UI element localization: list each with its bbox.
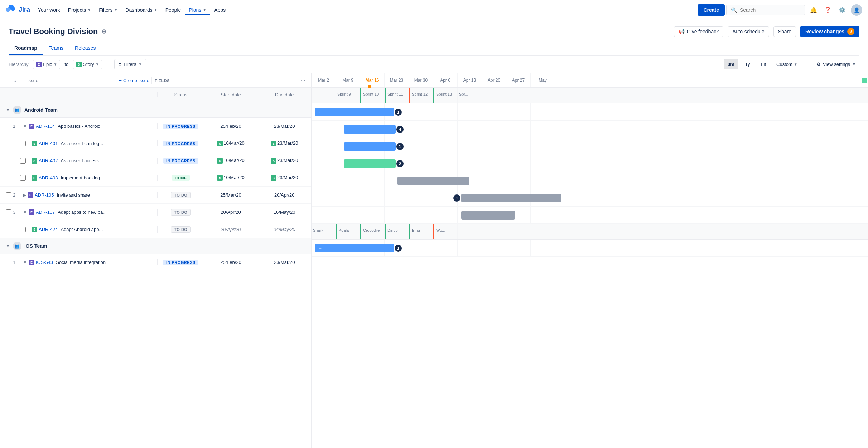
dashboards-chevron-icon: ▼ xyxy=(154,8,158,12)
nav-your-work[interactable]: Your work xyxy=(34,5,64,15)
row-checkbox-adr104[interactable] xyxy=(6,124,11,129)
today-marker xyxy=(368,85,371,88)
row-num-2: 2 xyxy=(13,192,21,198)
nav-items: Your work Projects▼ Filters▼ Dashboards▼… xyxy=(34,5,695,15)
search-box[interactable]: 🔍 xyxy=(726,5,805,15)
page-header: Travel Booking Division ⚙ 📢 Give feedbac… xyxy=(0,20,868,56)
nav-projects[interactable]: Projects▼ xyxy=(64,5,95,15)
share-button[interactable]: Share xyxy=(773,26,796,37)
view-settings-chevron-icon: ▼ xyxy=(852,62,856,66)
adr105-expand-icon[interactable]: ▶ xyxy=(23,193,26,198)
nav-dashboards[interactable]: Dashboards▼ xyxy=(122,5,161,15)
table-row: S ADR-424 Adapt Android app... TO DO 20/… xyxy=(0,221,311,238)
adr104-bar-arrow-icon: ← xyxy=(318,110,322,115)
android-team-collapse-icon[interactable]: ▼ xyxy=(6,107,10,112)
crocodile-line xyxy=(360,224,361,239)
plus-icon: + xyxy=(119,77,122,84)
filters-button[interactable]: ≡ Filters ▼ xyxy=(114,59,147,69)
adr424-link[interactable]: ADR-424 xyxy=(39,227,58,232)
epic-selector[interactable]: E Epic ▼ xyxy=(33,60,60,69)
notifications-button[interactable]: 🔔 xyxy=(808,4,819,16)
gantt-row-adr401: 4 xyxy=(312,121,868,138)
create-issue-button[interactable]: + Create issue xyxy=(116,77,151,85)
adr401-due: S23/Mar/20 xyxy=(257,140,311,146)
ios543-bar[interactable]: ← 1 xyxy=(315,244,394,252)
gantt-panel: Mar 2 Mar 9 Mar 16 Mar 23 Mar 30 Apr 6 A… xyxy=(312,73,868,448)
story-selector[interactable]: S Story ▼ xyxy=(73,60,102,69)
adr107-expand-icon[interactable]: ▼ xyxy=(23,210,27,215)
settings-button[interactable]: ⚙️ xyxy=(836,4,848,16)
time-custom-button[interactable]: Custom ▼ xyxy=(773,59,801,69)
adr402-bar[interactable]: 1 xyxy=(344,142,396,151)
fields-more-icon[interactable]: ··· xyxy=(301,77,305,84)
adr107-link[interactable]: ADR-107 xyxy=(36,209,55,215)
time-fit-button[interactable]: Fit xyxy=(757,59,770,69)
time-3m-button[interactable]: 3m xyxy=(724,59,738,69)
adr402-link[interactable]: ADR-402 xyxy=(39,158,58,163)
help-button[interactable]: ❓ xyxy=(822,4,834,16)
adr402-due: S23/Mar/20 xyxy=(257,158,311,164)
row-left-adr105: 2 ▶ E ADR-105 Invite and share xyxy=(0,189,157,201)
review-badge: 2 xyxy=(847,28,854,35)
wo-label: Wo... xyxy=(436,228,445,232)
row-checkbox-adr105[interactable] xyxy=(6,192,11,198)
koala-line xyxy=(336,224,337,239)
ios543-status: IN PROGRESS xyxy=(163,260,198,265)
adr403-bar[interactable]: 2 xyxy=(344,159,396,168)
ios-team-collapse-icon[interactable]: ▼ xyxy=(6,244,10,249)
view-settings-button[interactable]: ⚙ View settings ▼ xyxy=(813,59,859,69)
nav-plans[interactable]: Plans▼ xyxy=(185,5,210,15)
row-checkbox-adr401[interactable] xyxy=(20,141,26,146)
tab-teams[interactable]: Teams xyxy=(43,42,69,55)
auto-schedule-button[interactable]: Auto-schedule xyxy=(728,26,769,37)
tab-releases[interactable]: Releases xyxy=(69,42,101,55)
sprint10-line xyxy=(360,88,361,103)
epic-label: Epic xyxy=(43,62,52,67)
adr403-link[interactable]: ADR-403 xyxy=(39,175,58,180)
create-button[interactable]: Create xyxy=(698,4,725,16)
adr104-bar[interactable]: ← 1 xyxy=(315,108,394,116)
toolbar-right: 3m 1y Fit Custom ▼ ⚙ View settings ▼ xyxy=(724,59,859,69)
row-checkbox-adr402[interactable] xyxy=(20,158,26,164)
nav-apps[interactable]: Apps xyxy=(211,5,229,15)
ios543-expand-icon[interactable]: ▼ xyxy=(23,260,27,265)
adr104-start: 25/Feb/20 xyxy=(204,124,258,129)
row-checkbox-adr424[interactable] xyxy=(20,227,26,232)
row-checkbox-ios543[interactable] xyxy=(6,260,11,265)
user-avatar[interactable]: 👤 xyxy=(851,4,862,16)
adr424-title: Adapt Android app... xyxy=(61,227,103,232)
adr105-link[interactable]: ADR-105 xyxy=(35,192,54,198)
row-left-adr401: S ADR-401 As a user I can log... xyxy=(0,138,157,149)
crocodile-label: Crocodile xyxy=(363,228,380,232)
settings-gear-icon[interactable]: ⚙ xyxy=(101,28,106,35)
adr104-expand-icon[interactable]: ▼ xyxy=(23,124,27,129)
row-checkbox-adr403[interactable] xyxy=(20,175,26,181)
gantt-date-may: May xyxy=(531,73,555,87)
give-feedback-button[interactable]: 📢 Give feedback xyxy=(674,26,724,37)
ios543-link[interactable]: IOS-543 xyxy=(36,260,53,265)
adr104-link[interactable]: ADR-104 xyxy=(36,124,55,129)
time-1y-button[interactable]: 1y xyxy=(741,59,754,69)
nav-filters[interactable]: Filters▼ xyxy=(95,5,121,15)
row-checkbox-adr107[interactable] xyxy=(6,209,11,215)
adr403-title: Implement booking... xyxy=(61,175,104,180)
tab-roadmap[interactable]: Roadmap xyxy=(9,42,43,55)
gantt-row-adr402: 1 xyxy=(312,138,868,155)
adr107-bar[interactable]: 1 xyxy=(461,194,561,202)
logo[interactable]: Jira xyxy=(6,5,30,15)
page-title: Travel Booking Division ⚙ xyxy=(9,27,106,36)
sprint9-label: Sprint 9 xyxy=(337,92,351,96)
adr401-bar[interactable]: 4 xyxy=(344,125,396,134)
adr107-bar-count: 1 xyxy=(453,194,460,202)
search-input[interactable] xyxy=(740,7,800,13)
dingo-label: Dingo xyxy=(387,228,398,232)
custom-chevron-icon: ▼ xyxy=(794,62,797,66)
plans-chevron-icon: ▼ xyxy=(203,8,206,12)
adr424-bar[interactable] xyxy=(461,211,515,220)
top-navigation: Jira Your work Projects▼ Filters▼ Dashbo… xyxy=(0,0,868,20)
adr401-link[interactable]: ADR-401 xyxy=(39,141,58,146)
nav-people[interactable]: People xyxy=(162,5,185,15)
adr105-bar[interactable] xyxy=(397,177,469,185)
ios-team-row: ▼ 👥 iOS Team xyxy=(0,238,311,254)
review-changes-button[interactable]: Review changes 2 xyxy=(800,26,859,37)
